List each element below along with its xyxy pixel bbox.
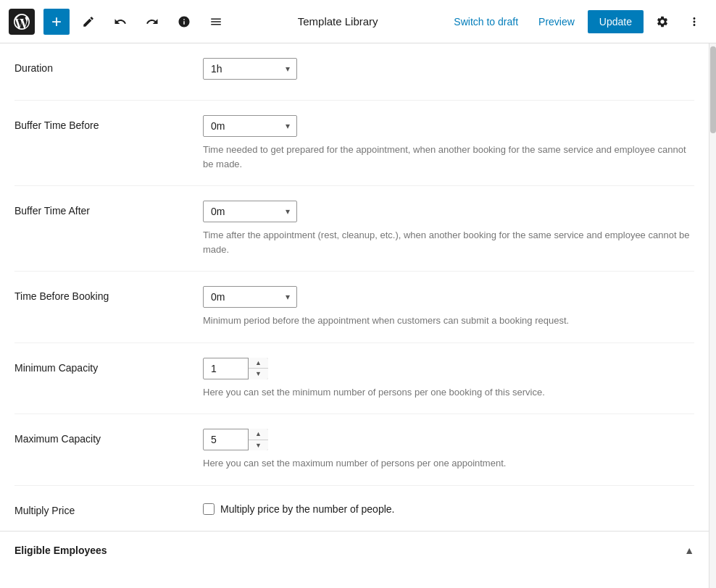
main-content: Duration 15m30m45m1h1h30m2h ▾ Buffer Tim… (0, 43, 716, 588)
duration-select[interactable]: 15m30m45m1h1h30m2h (203, 58, 297, 80)
wp-logo (9, 9, 35, 35)
time-before-booking-select-wrap: 0m5m10m15m30m1h2h4h8h24h ▾ (203, 286, 297, 308)
multiply-price-checkbox-wrap: Multiply price by the number of people. (203, 500, 694, 515)
duration-label: Duration (14, 58, 203, 74)
buffer-time-before-field-row: 0m5m10m15m30m1h ▾ (203, 115, 694, 137)
content-area: Duration 15m30m45m1h1h30m2h ▾ Buffer Tim… (0, 43, 709, 588)
topbar-actions: Switch to draft Preview Update (446, 9, 707, 35)
edit-icon (82, 15, 95, 28)
minimum-capacity-number-wrap: ▲ ▼ (203, 358, 268, 379)
collapse-icon: ▲ (684, 545, 694, 556)
minimum-capacity-hint: Here you can set the minimum number of p… (203, 385, 694, 400)
undo-button[interactable] (107, 9, 133, 35)
maximum-capacity-field-row: ▲ ▼ (203, 429, 694, 450)
multiply-price-checkbox[interactable] (203, 503, 215, 515)
maximum-capacity-hint: Here you can set the maximum number of p… (203, 456, 694, 471)
wordpress-icon (14, 14, 30, 30)
duration-field: 15m30m45m1h1h30m2h ▾ (203, 58, 694, 85)
time-before-booking-row: Time Before Booking 0m5m10m15m30m1h2h4h8… (14, 272, 694, 343)
minimum-capacity-field-row: ▲ ▼ (203, 358, 694, 379)
info-button[interactable] (171, 9, 197, 35)
buffer-time-after-label: Buffer Time After (14, 201, 203, 217)
buffer-time-after-field: 0m5m10m15m30m1h ▾ Time after the appoint… (203, 201, 694, 256)
maximum-capacity-number-wrap: ▲ ▼ (203, 429, 268, 450)
duration-row: Duration 15m30m45m1h1h30m2h ▾ (14, 43, 694, 101)
minimum-capacity-spinners: ▲ ▼ (248, 358, 268, 379)
buffer-time-before-select-wrap: 0m5m10m15m30m1h ▾ (203, 115, 297, 137)
update-button[interactable]: Update (588, 10, 644, 33)
maximum-capacity-label: Maximum Capacity (14, 429, 203, 445)
duration-field-row: 15m30m45m1h1h30m2h ▾ (203, 58, 694, 80)
scrollbar-thumb[interactable] (710, 46, 716, 133)
preview-button[interactable]: Preview (531, 12, 582, 32)
form-section: Duration 15m30m45m1h1h30m2h ▾ Buffer Tim… (0, 43, 709, 531)
redo-icon (146, 15, 159, 28)
maximum-capacity-field: ▲ ▼ Here you can set the maximum number … (203, 429, 694, 471)
maximum-capacity-increment-button[interactable]: ▲ (249, 429, 268, 440)
minimum-capacity-field: ▲ ▼ Here you can set the minimum number … (203, 358, 694, 400)
info-icon (178, 15, 191, 28)
time-before-booking-label: Time Before Booking (14, 286, 203, 302)
list-icon (209, 15, 222, 28)
minimum-capacity-increment-button[interactable]: ▲ (249, 358, 268, 369)
more-options-button[interactable] (681, 9, 707, 35)
maximum-capacity-row: Maximum Capacity ▲ ▼ Here you can set th… (14, 414, 694, 486)
buffer-time-before-field: 0m5m10m15m30m1h ▾ Time needed to get pre… (203, 115, 694, 171)
buffer-time-after-field-row: 0m5m10m15m30m1h ▾ (203, 201, 694, 222)
multiply-price-label: Multiply Price (14, 500, 203, 516)
eligible-employees-title: Eligible Employees (14, 545, 107, 556)
buffer-time-after-select-wrap: 0m5m10m15m30m1h ▾ (203, 201, 297, 222)
switch-to-draft-button[interactable]: Switch to draft (446, 12, 525, 32)
multiply-price-row: Multiply Price Multiply price by the num… (14, 486, 694, 531)
topbar-title: Template Library (235, 15, 441, 28)
add-button[interactable]: + (43, 9, 70, 35)
buffer-time-after-row: Buffer Time After 0m5m10m15m30m1h ▾ Time… (14, 186, 694, 272)
edit-icon-button[interactable] (75, 9, 101, 35)
scrollbar-track (709, 43, 716, 588)
gear-icon (656, 15, 669, 28)
topbar: + Template Library Switch to draft Previ… (0, 0, 716, 43)
multiply-price-field: Multiply price by the number of people. (203, 500, 694, 515)
time-before-booking-select[interactable]: 0m5m10m15m30m1h2h4h8h24h (203, 286, 297, 308)
minimum-capacity-label: Minimum Capacity (14, 358, 203, 374)
time-before-booking-hint: Minimum period before the appointment wh… (203, 314, 694, 328)
buffer-time-before-hint: Time needed to get prepared for the appo… (203, 143, 694, 171)
maximum-capacity-decrement-button[interactable]: ▼ (249, 440, 268, 451)
more-vertical-icon (688, 15, 701, 28)
duration-select-wrap: 15m30m45m1h1h30m2h ▾ (203, 58, 297, 80)
multiply-price-checkbox-label: Multiply price by the number of people. (220, 503, 394, 515)
list-button[interactable] (203, 9, 229, 35)
buffer-time-after-hint: Time after the appointment (rest, cleanu… (203, 228, 694, 256)
eligible-employees-section[interactable]: Eligible Employees ▲ (0, 531, 709, 569)
undo-icon (114, 15, 127, 28)
buffer-time-after-select[interactable]: 0m5m10m15m30m1h (203, 201, 297, 222)
minimum-capacity-decrement-button[interactable]: ▼ (249, 369, 268, 379)
redo-button[interactable] (139, 9, 165, 35)
buffer-time-before-row: Buffer Time Before 0m5m10m15m30m1h ▾ Tim… (14, 101, 694, 186)
time-before-booking-field: 0m5m10m15m30m1h2h4h8h24h ▾ Minimum perio… (203, 286, 694, 328)
minimum-capacity-row: Minimum Capacity ▲ ▼ Here you can set th… (14, 343, 694, 415)
buffer-time-before-select[interactable]: 0m5m10m15m30m1h (203, 115, 297, 137)
buffer-time-before-label: Buffer Time Before (14, 115, 203, 131)
time-before-booking-field-row: 0m5m10m15m30m1h2h4h8h24h ▾ (203, 286, 694, 308)
settings-button[interactable] (649, 9, 675, 35)
maximum-capacity-spinners: ▲ ▼ (248, 429, 268, 450)
